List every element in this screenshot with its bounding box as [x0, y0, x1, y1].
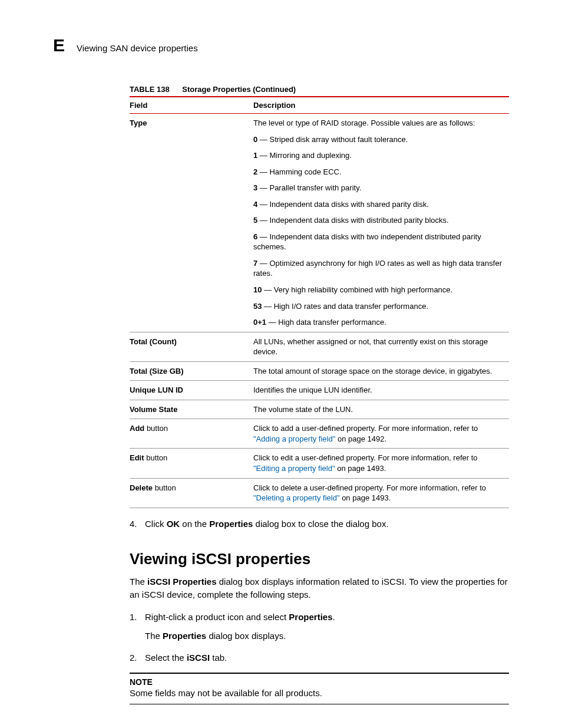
page: E Viewing SAN device properties TABLE 13…	[0, 0, 562, 728]
table-row: Total (Size GB) The total amount of stor…	[130, 361, 509, 381]
step-1: 1.Right-click a product icon and select …	[130, 611, 509, 624]
step-number: 2.	[130, 651, 145, 664]
desc-total-size: The total amount of storage space on the…	[253, 361, 509, 381]
desc-unique-lun: Identifies the unique LUN identifier.	[253, 381, 509, 400]
link-editing-property[interactable]: "Editing a property field"	[253, 464, 335, 473]
table-row: Add button Click to add a user-defined p…	[130, 419, 509, 449]
type-item: 2 — Hamming code ECC.	[253, 167, 503, 177]
note-text: Some fields may not be available for all…	[130, 687, 509, 699]
page-header: E Viewing SAN device properties	[53, 35, 509, 55]
field-total-count: Total (Count)	[130, 332, 253, 361]
step-4: 4.Click OK on the Properties dialog box …	[130, 518, 509, 531]
breadcrumb: Viewing SAN device properties	[77, 43, 198, 53]
table-number: TABLE 138	[130, 85, 170, 94]
field-edit-button: Edit button	[130, 449, 253, 478]
note-box: NOTE Some fields may not be available fo…	[130, 673, 509, 704]
table-row: Type The level or type of RAID storage. …	[130, 114, 509, 332]
table-row: Edit button Click to edit a user-defined…	[130, 449, 509, 478]
appendix-letter: E	[53, 35, 65, 55]
note-label: NOTE	[130, 677, 509, 687]
step-1-sub: The Properties dialog box displays.	[145, 630, 509, 643]
type-item: 6 — Independent data disks with two inde…	[253, 232, 503, 252]
link-deleting-property[interactable]: "Deleting a property field"	[253, 493, 340, 502]
field-total-size: Total (Size GB)	[130, 361, 253, 381]
desc-add-button: Click to add a user-defined property. Fo…	[253, 419, 509, 449]
desc-volume-state: The volume state of the LUN.	[253, 400, 509, 419]
type-item: 10 — Very high reliability combined with…	[253, 285, 503, 295]
step-2: 2.Select the iSCSI tab.	[130, 651, 509, 664]
field-add-button: Add button	[130, 419, 253, 449]
type-item: 0+1 — High data transfer performance.	[253, 317, 503, 328]
link-adding-property[interactable]: "Adding a property field"	[253, 434, 335, 443]
col-description: Description	[253, 97, 509, 114]
desc-total-count: All LUNs, whether assigned or not, that …	[253, 332, 509, 361]
table-row: Unique LUN ID Identifies the unique LUN …	[130, 381, 509, 400]
type-item: 3 — Parallel transfer with parity.	[253, 183, 503, 193]
desc-type: The level or type of RAID storage. Possi…	[253, 114, 509, 332]
field-unique-lun: Unique LUN ID	[130, 381, 253, 400]
type-item: 5 — Independent data disks with distribu…	[253, 215, 503, 226]
table-title: Storage Properties (Continued)	[182, 85, 296, 94]
table-row: Volume State The volume state of the LUN…	[130, 400, 509, 419]
table-row: Total (Count) All LUNs, whether assigned…	[130, 332, 509, 361]
type-item: 0 — Striped disk array without fault tol…	[253, 134, 503, 145]
field-volume-state: Volume State	[130, 400, 253, 419]
field-delete-button: Delete button	[130, 478, 253, 508]
table-header-row: Field Description	[130, 97, 509, 114]
type-item: 4 — Independent data disks with shared p…	[253, 199, 503, 210]
step-number: 1.	[130, 611, 145, 624]
table-row: Delete button Click to delete a user-def…	[130, 478, 509, 508]
content-area: TABLE 138 Storage Properties (Continued)…	[130, 85, 509, 704]
type-intro: The level or type of RAID storage. Possi…	[253, 118, 503, 129]
desc-edit-button: Click to edit a user-defined property. F…	[253, 449, 509, 478]
desc-delete-button: Click to delete a user-defined property.…	[253, 478, 509, 508]
type-item: 1 — Mirroring and duplexing.	[253, 150, 503, 161]
table-caption: TABLE 138 Storage Properties (Continued)	[130, 85, 509, 94]
type-item: 7 — Optimized asynchrony for high I/O ra…	[253, 258, 503, 279]
step-number: 4.	[130, 518, 145, 531]
iscsi-intro: The iSCSI Properties dialog box displays…	[130, 575, 509, 601]
col-field: Field	[130, 97, 253, 114]
type-item: 53 — High I/O rates and data transfer pe…	[253, 301, 503, 312]
section-title-iscsi: Viewing iSCSI properties	[130, 550, 509, 568]
storage-properties-table: Field Description Type The level or type…	[130, 96, 509, 508]
field-type: Type	[130, 114, 253, 332]
